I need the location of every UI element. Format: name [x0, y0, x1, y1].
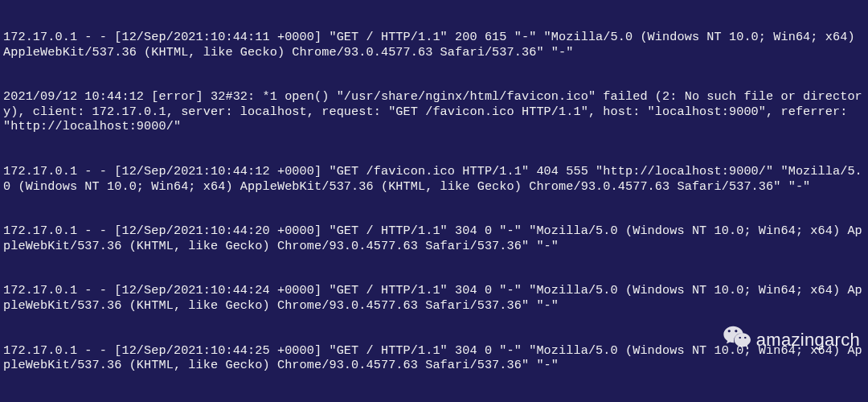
terminal-output[interactable]: 172.17.0.1 - - [12/Sep/2021:10:44:11 +00… — [0, 0, 868, 402]
log-line: 172.17.0.1 - - [12/Sep/2021:10:44:11 +00… — [3, 30, 868, 59]
log-line: 2021/09/12 10:44:12 [error] 32#32: *1 op… — [3, 89, 868, 134]
log-line: 172.17.0.1 - - [12/Sep/2021:10:44:20 +00… — [3, 224, 868, 253]
log-line: 172.17.0.1 - - [12/Sep/2021:10:44:25 +00… — [3, 343, 868, 373]
log-line: 172.17.0.1 - - [12/Sep/2021:10:44:24 +00… — [3, 283, 868, 313]
log-line: 172.17.0.1 - - [12/Sep/2021:10:44:12 +00… — [3, 164, 868, 194]
